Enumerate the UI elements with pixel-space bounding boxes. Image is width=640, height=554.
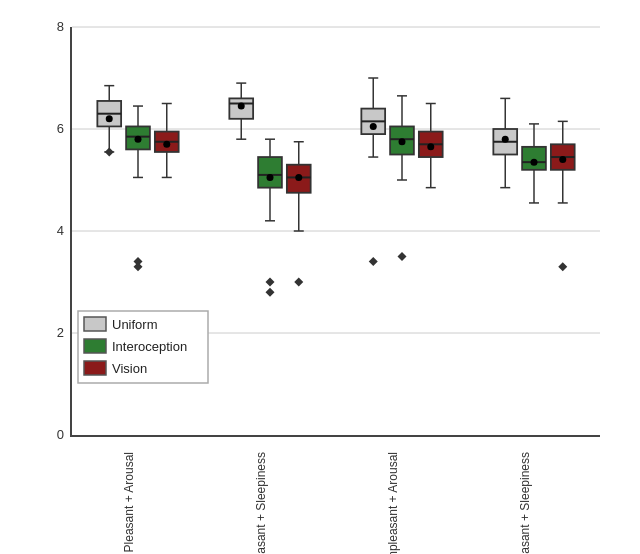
svg-marker-23: [134, 262, 143, 271]
svg-text:0: 0: [57, 427, 64, 442]
chart-container: 02468Pleasant + ArousalPleasant + Sleepi…: [30, 17, 610, 537]
svg-point-42: [267, 174, 274, 181]
svg-marker-51: [294, 278, 303, 287]
svg-rect-83: [522, 147, 546, 170]
chart-inner: 02468Pleasant + ArousalPleasant + Sleepi…: [34, 17, 610, 537]
svg-point-50: [295, 174, 302, 181]
svg-point-58: [370, 123, 377, 130]
svg-marker-66: [398, 252, 407, 261]
svg-rect-40: [258, 157, 282, 188]
svg-text:Unpleasant + Sleepiness: Unpleasant + Sleepiness: [518, 452, 532, 554]
svg-marker-92: [558, 262, 567, 271]
svg-rect-99: [84, 361, 106, 375]
svg-text:8: 8: [57, 19, 64, 34]
svg-point-79: [502, 136, 509, 143]
svg-point-14: [106, 115, 113, 122]
svg-text:2: 2: [57, 325, 64, 340]
svg-text:Pleasant + Sleepiness: Pleasant + Sleepiness: [254, 452, 268, 554]
svg-point-91: [559, 156, 566, 163]
svg-text:6: 6: [57, 121, 64, 136]
svg-text:Interoception: Interoception: [112, 339, 187, 354]
svg-point-21: [135, 136, 142, 143]
svg-rect-95: [84, 317, 106, 331]
svg-marker-59: [369, 257, 378, 266]
plot-area: 02468Pleasant + ArousalPleasant + Sleepi…: [70, 27, 600, 437]
svg-point-29: [163, 141, 170, 148]
svg-marker-43: [266, 288, 275, 297]
svg-point-85: [531, 159, 538, 166]
svg-text:Uniform: Uniform: [112, 317, 158, 332]
svg-point-36: [238, 103, 245, 110]
svg-text:Unpleasant + Arousal: Unpleasant + Arousal: [386, 452, 400, 554]
svg-marker-44: [266, 278, 275, 287]
svg-point-72: [427, 143, 434, 150]
svg-rect-97: [84, 339, 106, 353]
svg-text:Pleasant + Arousal: Pleasant + Arousal: [122, 452, 136, 552]
y-axis-label: [30, 17, 34, 537]
svg-text:Vision: Vision: [112, 361, 147, 376]
svg-marker-15: [105, 147, 114, 156]
svg-point-65: [399, 138, 406, 145]
svg-text:4: 4: [57, 223, 64, 238]
chart-svg: 02468Pleasant + ArousalPleasant + Sleepi…: [72, 27, 600, 435]
